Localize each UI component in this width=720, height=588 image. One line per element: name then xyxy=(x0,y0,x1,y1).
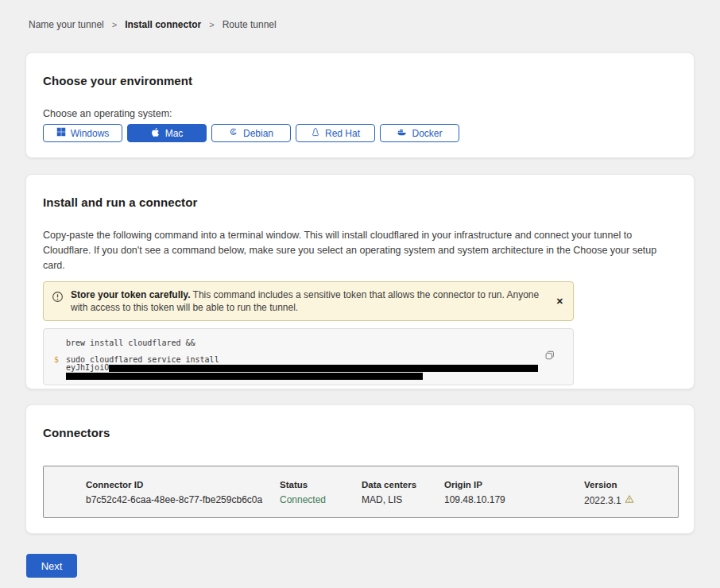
install-description: Copy-paste the following command into a … xyxy=(43,228,675,273)
version-number: 2022.3.1 xyxy=(584,495,621,506)
command-line-sudo: sudo cloudflared service install xyxy=(66,355,541,364)
token-warning-banner: Store your token carefully. This command… xyxy=(43,281,574,321)
breadcrumb: Name your tunnel > Install connector > R… xyxy=(0,0,720,30)
connectors-title: Connectors xyxy=(43,426,677,439)
token-warning-title: Store your token carefully. xyxy=(71,289,191,300)
command-line-brew: brew install cloudflared && xyxy=(66,338,541,348)
os-button-windows[interactable]: Windows xyxy=(43,124,122,142)
status-badge: Connected xyxy=(280,494,362,506)
redaction-bar xyxy=(66,373,423,380)
docker-whale-icon xyxy=(397,127,407,139)
breadcrumb-step-install-connector[interactable]: Install connector xyxy=(125,19,201,30)
copy-icon[interactable] xyxy=(544,350,555,363)
choose-environment-card: Choose your environment Choose an operat… xyxy=(25,52,695,158)
redaction-bar xyxy=(109,365,538,372)
install-connector-title: Install and run a connector xyxy=(43,195,677,209)
install-command-code-block: $ brew install cloudflared && sudo cloud… xyxy=(43,328,574,385)
col-header-version: Version xyxy=(584,479,678,490)
os-button-label: Windows xyxy=(71,128,110,139)
alert-circle-icon xyxy=(52,291,64,314)
os-button-label: Mac xyxy=(165,128,184,139)
next-button[interactable]: Next xyxy=(26,554,77,578)
os-button-label: Red Hat xyxy=(325,128,360,139)
connectors-card: Connectors Connector ID Status Data cent… xyxy=(25,404,695,534)
os-button-redhat[interactable]: Red Hat xyxy=(296,124,375,142)
os-button-label: Docker xyxy=(412,128,442,139)
connector-id-value: b7c52c42-6caa-48ee-8c77-fbe259cb6c0a xyxy=(86,494,280,506)
breadcrumb-step-name-your-tunnel[interactable]: Name your tunnel xyxy=(29,19,104,30)
close-icon[interactable]: ✕ xyxy=(556,297,563,306)
breadcrumb-step-route-tunnel[interactable]: Route tunnel xyxy=(223,19,277,30)
install-connector-card: Install and run a connector Copy-paste t… xyxy=(25,174,695,389)
col-header-data-centers: Data centers xyxy=(362,479,444,490)
os-select-label: Choose an operating system: xyxy=(43,108,677,119)
data-centers-value: MAD, LIS xyxy=(362,494,444,506)
choose-environment-title: Choose your environment xyxy=(43,74,677,87)
breadcrumb-separator: > xyxy=(112,20,117,29)
os-button-row: Windows Mac Debian Red Hat xyxy=(43,124,677,142)
os-button-mac[interactable]: Mac xyxy=(127,124,207,142)
shell-prompt: $ xyxy=(54,355,59,364)
table-row: b7c52c42-6caa-48ee-8c77-fbe259cb6c0a Con… xyxy=(86,494,678,506)
token-line: eyJhIjoiO xyxy=(66,364,541,372)
version-value: 2022.3.1 xyxy=(584,494,678,506)
debian-icon xyxy=(229,127,238,139)
breadcrumb-separator: > xyxy=(209,20,214,29)
token-warning-text: Store your token carefully. This command… xyxy=(71,288,541,314)
col-header-origin-ip: Origin IP xyxy=(444,479,584,490)
apple-icon xyxy=(151,127,161,140)
connectors-table: Connector ID Status Data centers Origin … xyxy=(43,466,679,518)
windows-icon xyxy=(56,127,66,139)
os-button-debian[interactable]: Debian xyxy=(211,124,291,142)
version-warning-icon xyxy=(625,494,634,506)
token-prefix: eyJhIjoiO xyxy=(66,364,109,372)
col-header-connector-id: Connector ID xyxy=(86,479,280,490)
connectors-table-header: Connector ID Status Data centers Origin … xyxy=(86,479,678,490)
col-header-status: Status xyxy=(280,479,362,490)
redhat-tux-icon xyxy=(311,127,320,139)
os-button-docker[interactable]: Docker xyxy=(380,124,459,142)
os-button-label: Debian xyxy=(243,128,273,139)
origin-ip-value: 109.48.10.179 xyxy=(444,494,584,506)
